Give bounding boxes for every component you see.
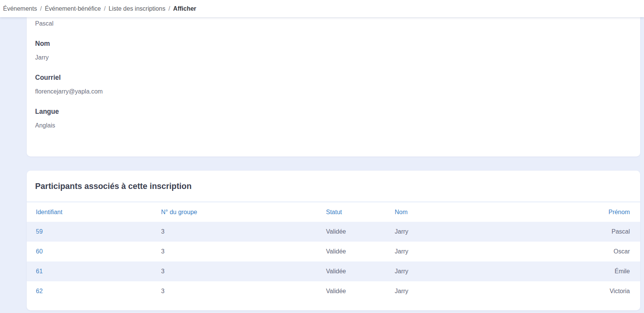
breadcrumb-bar: Événements/Événement-bénéfice/Liste des …	[0, 0, 644, 17]
table-row: 62 3 Validée Jarry Victoria	[27, 281, 640, 301]
participants-table-head: IdentifiantN° du groupeStatutNomPrénom	[27, 202, 640, 222]
cell-groupe: 3	[152, 222, 317, 242]
breadcrumb-separator: /	[168, 5, 170, 12]
cell-groupe: 3	[152, 242, 317, 261]
field-value-partial: Pascal	[35, 19, 631, 27]
field-label: Langue	[35, 107, 631, 116]
participant-id-link[interactable]: 61	[36, 268, 43, 274]
field-value: Jarry	[35, 54, 631, 61]
breadcrumb-item[interactable]: Événement-bénéfice	[45, 5, 101, 12]
breadcrumb-current: Afficher	[173, 5, 196, 12]
cell-statut: Validée	[317, 261, 386, 281]
cell-prenom: Émile	[439, 261, 640, 281]
page-content: Pascal Nom Jarry Courriel florencejarry@…	[27, 17, 640, 310]
cell-groupe: 3	[152, 281, 317, 301]
breadcrumb: Événements/Événement-bénéfice/Liste des …	[3, 5, 196, 12]
column-header[interactable]: Identifiant	[27, 202, 152, 222]
table-row: 61 3 Validée Jarry Émile	[27, 261, 640, 281]
registration-field: Nom Jarry	[35, 39, 631, 61]
participants-card: Participants associés à cette inscriptio…	[27, 171, 640, 310]
field-value: florencejarry@yapla.com	[35, 88, 631, 95]
column-header[interactable]: Statut	[317, 202, 386, 222]
cell-statut: Validée	[317, 281, 386, 301]
participant-id-link[interactable]: 60	[36, 248, 43, 255]
cell-prenom: Pascal	[439, 222, 640, 242]
participant-id-link[interactable]: 62	[36, 288, 43, 294]
breadcrumb-separator: /	[40, 5, 42, 12]
column-header[interactable]: N° du groupe	[152, 202, 317, 222]
table-header-row: IdentifiantN° du groupeStatutNomPrénom	[27, 202, 640, 222]
participants-table-body: 59 3 Validée Jarry Pascal 60 3 Validée J…	[27, 222, 640, 301]
breadcrumb-separator: /	[104, 5, 105, 12]
cell-identifiant: 60	[27, 242, 152, 261]
participants-section-title: Participants associés à cette inscriptio…	[27, 171, 640, 202]
cell-groupe: 3	[152, 261, 317, 281]
table-row: 59 3 Validée Jarry Pascal	[27, 222, 640, 242]
cell-statut: Validée	[317, 222, 386, 242]
registration-field: Courriel florencejarry@yapla.com	[35, 73, 631, 95]
cell-prenom: Victoria	[439, 281, 640, 301]
field-value: Anglais	[35, 122, 631, 129]
field-label: Courriel	[35, 73, 631, 82]
participants-table: IdentifiantN° du groupeStatutNomPrénom 5…	[27, 202, 640, 301]
cell-nom: Jarry	[386, 222, 439, 242]
cell-prenom: Oscar	[439, 242, 640, 261]
participant-id-link[interactable]: 59	[36, 228, 43, 235]
table-row: 60 3 Validée Jarry Oscar	[27, 242, 640, 261]
cell-nom: Jarry	[386, 281, 439, 301]
registration-fields: Nom Jarry Courriel florencejarry@yapla.c…	[35, 39, 631, 129]
column-header[interactable]: Nom	[386, 202, 439, 222]
cell-identifiant: 61	[27, 261, 152, 281]
cell-statut: Validée	[317, 242, 386, 261]
registration-field: Langue Anglais	[35, 107, 631, 129]
column-header[interactable]: Prénom	[439, 202, 640, 222]
cell-nom: Jarry	[386, 261, 439, 281]
cell-identifiant: 62	[27, 281, 152, 301]
field-label: Nom	[35, 39, 631, 48]
registration-detail-card: Pascal Nom Jarry Courriel florencejarry@…	[27, 17, 640, 156]
breadcrumb-item[interactable]: Événements	[3, 5, 37, 12]
cell-nom: Jarry	[386, 242, 439, 261]
cell-identifiant: 59	[27, 222, 152, 242]
breadcrumb-item[interactable]: Liste des inscriptions	[109, 5, 166, 12]
